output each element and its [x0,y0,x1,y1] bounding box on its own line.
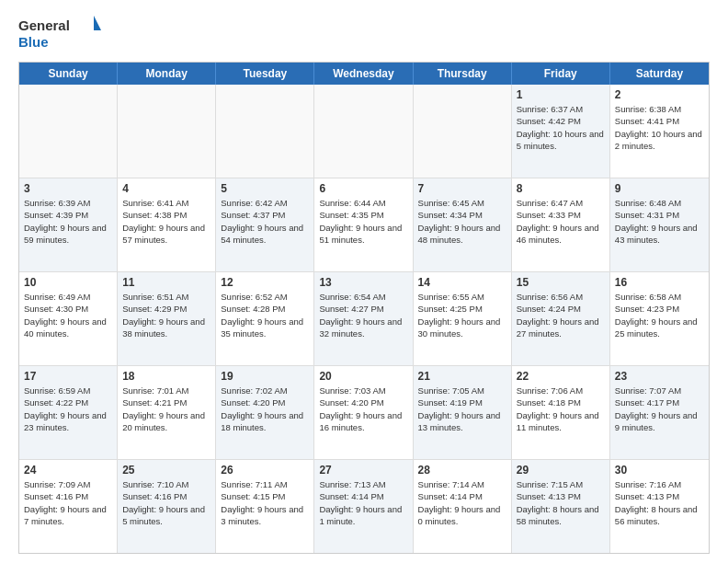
day-number: 11 [122,276,210,289]
day-cell-5: 5Sunrise: 6:42 AM Sunset: 4:37 PM Daylig… [216,178,314,271]
day-number: 5 [221,182,309,195]
cell-info: Sunrise: 6:52 AM Sunset: 4:28 PM Dayligh… [221,291,309,339]
day-cell-30: 30Sunrise: 7:16 AM Sunset: 4:13 PM Dayli… [610,460,709,553]
cell-info: Sunrise: 6:51 AM Sunset: 4:29 PM Dayligh… [122,291,210,339]
logo: General Blue [18,14,101,52]
day-number: 24 [24,464,112,477]
day-cell-15: 15Sunrise: 6:56 AM Sunset: 4:24 PM Dayli… [512,272,610,365]
day-cell-13: 13Sunrise: 6:54 AM Sunset: 4:27 PM Dayli… [314,272,413,365]
empty-cell [314,85,413,178]
cell-info: Sunrise: 6:38 AM Sunset: 4:41 PM Dayligh… [615,103,704,152]
day-number: 1 [517,88,605,101]
cell-info: Sunrise: 6:44 AM Sunset: 4:35 PM Dayligh… [319,197,407,246]
day-cell-7: 7Sunrise: 6:45 AM Sunset: 4:34 PM Daylig… [414,178,512,271]
calendar: SundayMondayTuesdayWednesdayThursdayFrid… [18,62,710,554]
calendar-row-1: 3Sunrise: 6:39 AM Sunset: 4:39 PM Daylig… [19,178,709,272]
day-number: 3 [24,182,112,195]
day-cell-27: 27Sunrise: 7:13 AM Sunset: 4:14 PM Dayli… [314,460,413,553]
day-cell-24: 24Sunrise: 7:09 AM Sunset: 4:16 PM Dayli… [19,460,118,553]
cell-info: Sunrise: 7:16 AM Sunset: 4:13 PM Dayligh… [615,478,704,527]
day-number: 19 [221,370,309,383]
cell-info: Sunrise: 7:06 AM Sunset: 4:18 PM Dayligh… [517,385,605,433]
header-day-saturday: Saturday [610,63,709,85]
day-number: 13 [319,276,407,289]
day-cell-28: 28Sunrise: 7:14 AM Sunset: 4:14 PM Dayli… [414,460,512,553]
logo-svg: General Blue [18,14,101,52]
day-cell-29: 29Sunrise: 7:15 AM Sunset: 4:13 PM Dayli… [512,460,610,553]
svg-text:Blue: Blue [18,34,49,50]
day-number: 15 [517,276,605,289]
header-day-thursday: Thursday [414,63,512,85]
day-cell-8: 8Sunrise: 6:47 AM Sunset: 4:33 PM Daylig… [512,178,610,271]
cell-info: Sunrise: 7:02 AM Sunset: 4:20 PM Dayligh… [221,385,309,433]
day-number: 28 [418,464,506,477]
cell-info: Sunrise: 6:42 AM Sunset: 4:37 PM Dayligh… [221,197,309,246]
cell-info: Sunrise: 6:39 AM Sunset: 4:39 PM Dayligh… [24,197,112,246]
day-number: 27 [319,464,407,477]
cell-info: Sunrise: 7:13 AM Sunset: 4:14 PM Dayligh… [319,478,407,527]
day-cell-10: 10Sunrise: 6:49 AM Sunset: 4:30 PM Dayli… [19,272,118,365]
cell-info: Sunrise: 6:37 AM Sunset: 4:42 PM Dayligh… [517,103,605,152]
day-cell-12: 12Sunrise: 6:52 AM Sunset: 4:28 PM Dayli… [216,272,314,365]
day-cell-16: 16Sunrise: 6:58 AM Sunset: 4:23 PM Dayli… [610,272,709,365]
cell-info: Sunrise: 6:59 AM Sunset: 4:22 PM Dayligh… [24,385,112,433]
empty-cell [414,85,512,178]
day-cell-17: 17Sunrise: 6:59 AM Sunset: 4:22 PM Dayli… [19,366,118,459]
day-number: 20 [319,370,407,383]
calendar-header: SundayMondayTuesdayWednesdayThursdayFrid… [19,63,709,85]
day-number: 30 [615,464,704,477]
calendar-body: 1Sunrise: 6:37 AM Sunset: 4:42 PM Daylig… [19,85,709,553]
day-number: 22 [517,370,605,383]
calendar-row-2: 10Sunrise: 6:49 AM Sunset: 4:30 PM Dayli… [19,272,709,366]
day-cell-11: 11Sunrise: 6:51 AM Sunset: 4:29 PM Dayli… [118,272,216,365]
day-cell-25: 25Sunrise: 7:10 AM Sunset: 4:16 PM Dayli… [118,460,216,553]
day-cell-2: 2Sunrise: 6:38 AM Sunset: 4:41 PM Daylig… [610,85,709,178]
day-cell-23: 23Sunrise: 7:07 AM Sunset: 4:17 PM Dayli… [610,366,709,459]
cell-info: Sunrise: 6:41 AM Sunset: 4:38 PM Dayligh… [122,197,210,246]
header-day-monday: Monday [118,63,216,85]
day-number: 4 [122,182,210,195]
day-number: 9 [615,182,704,195]
day-cell-14: 14Sunrise: 6:55 AM Sunset: 4:25 PM Dayli… [414,272,512,365]
day-cell-26: 26Sunrise: 7:11 AM Sunset: 4:15 PM Dayli… [216,460,314,553]
day-cell-19: 19Sunrise: 7:02 AM Sunset: 4:20 PM Dayli… [216,366,314,459]
empty-cell [118,85,216,178]
day-cell-3: 3Sunrise: 6:39 AM Sunset: 4:39 PM Daylig… [19,178,118,271]
day-cell-9: 9Sunrise: 6:48 AM Sunset: 4:31 PM Daylig… [610,178,709,271]
day-cell-20: 20Sunrise: 7:03 AM Sunset: 4:20 PM Dayli… [314,366,413,459]
day-cell-4: 4Sunrise: 6:41 AM Sunset: 4:38 PM Daylig… [118,178,216,271]
day-number: 7 [418,182,506,195]
day-cell-6: 6Sunrise: 6:44 AM Sunset: 4:35 PM Daylig… [314,178,413,271]
day-number: 16 [615,276,704,289]
day-cell-1: 1Sunrise: 6:37 AM Sunset: 4:42 PM Daylig… [512,85,610,178]
day-number: 8 [517,182,605,195]
day-number: 12 [221,276,309,289]
cell-info: Sunrise: 7:14 AM Sunset: 4:14 PM Dayligh… [418,478,506,527]
cell-info: Sunrise: 7:07 AM Sunset: 4:17 PM Dayligh… [615,385,704,433]
day-number: 29 [517,464,605,477]
day-number: 25 [122,464,210,477]
empty-cell [19,85,118,178]
day-cell-21: 21Sunrise: 7:05 AM Sunset: 4:19 PM Dayli… [414,366,512,459]
cell-info: Sunrise: 6:58 AM Sunset: 4:23 PM Dayligh… [615,291,704,339]
cell-info: Sunrise: 6:49 AM Sunset: 4:30 PM Dayligh… [24,291,112,339]
cell-info: Sunrise: 7:11 AM Sunset: 4:15 PM Dayligh… [221,478,309,527]
empty-cell [216,85,314,178]
day-number: 10 [24,276,112,289]
day-cell-18: 18Sunrise: 7:01 AM Sunset: 4:21 PM Dayli… [118,366,216,459]
day-number: 14 [418,276,506,289]
cell-info: Sunrise: 7:09 AM Sunset: 4:16 PM Dayligh… [24,478,112,527]
cell-info: Sunrise: 7:10 AM Sunset: 4:16 PM Dayligh… [122,478,210,527]
svg-marker-2 [94,16,101,30]
header-day-wednesday: Wednesday [314,63,413,85]
day-cell-22: 22Sunrise: 7:06 AM Sunset: 4:18 PM Dayli… [512,366,610,459]
header-day-friday: Friday [512,63,610,85]
header-day-sunday: Sunday [19,63,118,85]
cell-info: Sunrise: 6:55 AM Sunset: 4:25 PM Dayligh… [418,291,506,339]
day-number: 17 [24,370,112,383]
svg-text:General: General [18,17,70,33]
cell-info: Sunrise: 6:54 AM Sunset: 4:27 PM Dayligh… [319,291,407,339]
calendar-row-0: 1Sunrise: 6:37 AM Sunset: 4:42 PM Daylig… [19,85,709,178]
day-number: 2 [615,88,704,101]
day-number: 21 [418,370,506,383]
